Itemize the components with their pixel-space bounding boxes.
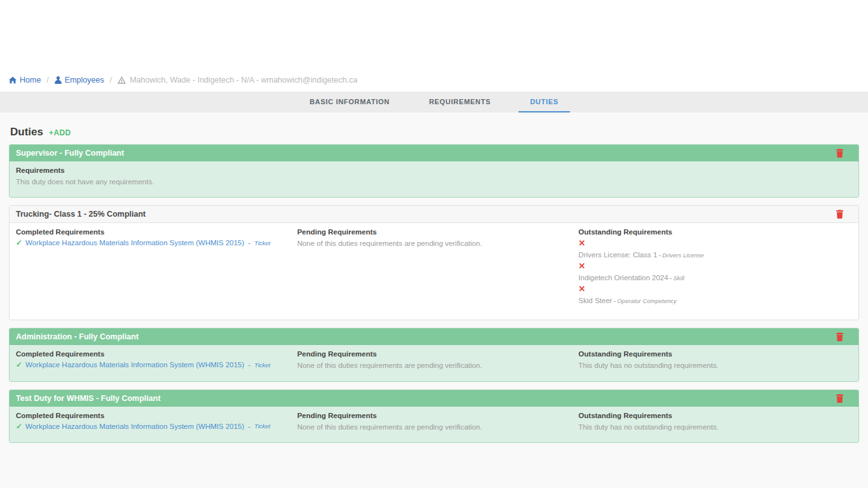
home-icon [9,76,17,84]
cross-icon: ✕ [578,284,852,294]
completed-requirements-column: Completed Requirements ✓ Workplace Hazar… [16,412,290,432]
outstanding-heading: Outstanding Requirements [578,228,852,236]
warning-icon [118,76,126,84]
completed-requirement-item: ✓ Workplace Hazardous Materials Informat… [16,238,290,247]
completed-heading: Completed Requirements [16,350,290,358]
tab-requirements[interactable]: REQUIREMENTS [417,92,502,112]
pending-empty-text: None of this duties requirements are pen… [297,238,571,248]
outstanding-requirement-item: ✕ Drivers License: Class 1-Drivers Licen… [578,238,852,260]
duty-card-administration: Administration - Fully Compliant Complet… [9,328,859,381]
duties-page: Duties +ADD Supervisor - Fully Compliant… [0,112,868,488]
completed-requirements-column: Completed Requirements ✓ Workplace Hazar… [16,228,290,307]
trash-icon [836,334,843,343]
tab-bar: BASIC INFORMATION REQUIREMENTS DUTIES [0,92,868,112]
duty-card-trucking: Trucking- Class 1 - 25% Compliant Comple… [9,205,859,320]
breadcrumb-separator: / [109,76,113,85]
requirement-name: Drivers License: Class 1 [578,251,657,259]
breadcrumb-home-label: Home [20,76,41,85]
completed-requirement-item: ✓ Workplace Hazardous Materials Informat… [16,360,290,369]
breadcrumb-current-label: Mahowich, Wade - Indigetech - N/A - wmah… [130,76,357,85]
pending-empty-text: None of this duties requirements are pen… [297,422,571,432]
outstanding-heading: Outstanding Requirements [578,412,852,419]
outstanding-requirements-column: Outstanding Requirements This duty has n… [578,412,852,432]
top-whitespace [0,0,868,71]
requirement-link[interactable]: Workplace Hazardous Materials Informatio… [25,239,244,247]
delete-duty-button[interactable] [835,208,852,220]
outstanding-requirements-column: Outstanding Requirements ✕ Drivers Licen… [578,228,852,307]
pending-heading: Pending Requirements [297,350,571,358]
separator-dash: - [670,274,672,281]
outstanding-requirement-item: ✕ Indigetech Orientation 2024-Skill [578,261,852,283]
requirement-link[interactable]: Workplace Hazardous Materials Informatio… [25,423,244,430]
requirement-link[interactable]: Workplace Hazardous Materials Informatio… [25,361,244,369]
requirement-type: Ticket [254,423,270,430]
outstanding-requirement-item: ✕ Skid Steer-Operator Competency [578,284,852,306]
separator-dash: - [248,423,250,430]
duty-card-test-duty-whmis: Test Duty for WHMIS - Fully Compliant Co… [9,390,859,443]
outstanding-heading: Outstanding Requirements [578,350,852,358]
pending-heading: Pending Requirements [297,228,571,236]
outstanding-requirements-column: Outstanding Requirements This duty has n… [578,350,852,370]
pending-empty-text: None of this duties requirements are pen… [297,360,571,370]
tab-duties[interactable]: DUTIES [519,92,570,112]
duty-title: Trucking- Class 1 - 25% Compliant [16,210,146,219]
breadcrumb-home-link[interactable]: Home [9,76,41,85]
duty-card-supervisor: Supervisor - Fully Compliant Requirement… [9,144,859,198]
check-icon: ✓ [16,422,22,431]
breadcrumb: Home / Employees / Mahowich, Wade - Indi… [0,71,868,88]
requirement-name: Skid Steer [578,297,612,304]
pending-requirements-column: Pending Requirements None of this duties… [297,412,571,432]
breadcrumb-employees-label: Employees [65,76,104,85]
separator-dash: - [248,239,250,247]
pending-requirements-column: Pending Requirements None of this duties… [297,228,571,307]
separator-dash: - [658,251,661,259]
check-icon: ✓ [16,360,22,369]
cross-icon: ✕ [578,238,852,248]
person-icon [55,76,62,84]
requirement-type: Skill [673,274,684,281]
completed-requirement-item: ✓ Workplace Hazardous Materials Informat… [16,422,290,431]
requirements-heading: Requirements [16,166,852,174]
requirement-type: Ticket [254,362,270,369]
completed-requirements-column: Completed Requirements ✓ Workplace Hazar… [16,350,290,370]
completed-heading: Completed Requirements [16,412,290,419]
delete-duty-button[interactable] [835,393,852,404]
requirement-type: Drivers License [662,252,703,259]
separator-dash: - [613,297,616,304]
breadcrumb-current: Mahowich, Wade - Indigetech - N/A - wmah… [118,76,357,85]
cross-icon: ✕ [578,261,852,271]
delete-duty-button[interactable] [835,331,852,342]
pending-heading: Pending Requirements [297,412,571,419]
requirement-type: Operator Competency [617,297,676,304]
requirement-name: Indigetech Orientation 2024 [578,274,668,281]
separator-dash: - [248,361,250,369]
breadcrumb-employees-link[interactable]: Employees [55,76,104,85]
outstanding-empty-text: This duty has no outstanding requirement… [578,360,852,370]
trash-icon [836,211,843,220]
breadcrumb-separator: / [45,76,50,85]
tab-basic-information[interactable]: BASIC INFORMATION [298,92,401,112]
trash-icon [836,150,843,159]
duty-title: Test Duty for WHMIS - Fully Compliant [16,394,161,403]
page-title: Duties [10,126,43,139]
requirements-empty-text: This duty does not have any requirements… [16,177,852,187]
pending-requirements-column: Pending Requirements None of this duties… [297,350,571,370]
add-duty-button[interactable]: +ADD [49,128,71,137]
outstanding-empty-text: This duty has no outstanding requirement… [578,422,852,432]
completed-heading: Completed Requirements [16,228,290,236]
duty-title: Administration - Fully Compliant [16,332,139,341]
duty-title: Supervisor - Fully Compliant [16,149,124,158]
requirement-type: Ticket [254,240,270,247]
delete-duty-button[interactable] [835,147,852,159]
check-icon: ✓ [16,238,22,247]
trash-icon [836,395,843,405]
